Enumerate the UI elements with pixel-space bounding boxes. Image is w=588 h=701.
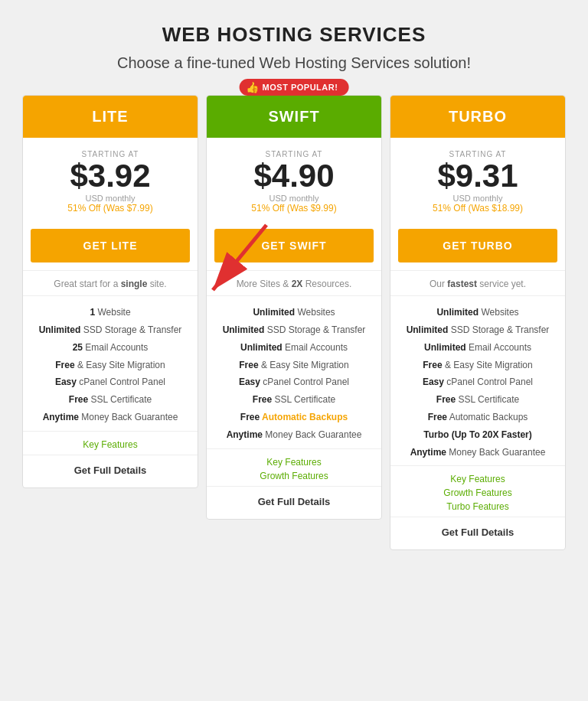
swift-tagline: More Sites & 2X Resources. [207,270,381,295]
lite-links: Key Features [23,431,198,455]
swift-growth-features-link[interactable]: Growth Features [207,469,381,483]
swift-feature-4: Free & Easy Site Migration [214,357,374,374]
turbo-growth-features-link[interactable]: Growth Features [390,486,565,500]
page-title: WEB HOSTING SERVICES [15,23,573,47]
lite-feature-6: Free SSL Certificate [31,391,190,409]
swift-feature-2: Unlimited SSD Storage & Transfer [214,321,374,339]
plan-swift-header: SWIFT [207,96,381,138]
turbo-feature-2: Unlimited SSD Storage & Transfer [398,321,557,339]
swift-full-details: Get Full Details [207,486,381,519]
swift-links: Key Features Growth Features [207,448,381,486]
turbo-full-details: Get Full Details [390,517,565,549]
turbo-feature-7: Free Automatic Backups [398,409,557,426]
plan-swift-pricing: STARTING AT $4.90 USD monthly 51% Off (W… [207,138,381,229]
turbo-discount: 51% Off (Was $18.99) [398,203,557,214]
lite-discount: 51% Off (Was $7.99) [31,203,190,214]
swift-feature-1: Unlimited Websites [214,304,374,321]
swift-features: Unlimited Websites Unlimited SSD Storage… [207,295,381,448]
turbo-feature-8: Turbo (Up To 20X Faster) [398,426,557,444]
turbo-full-details-link[interactable]: Get Full Details [442,527,514,538]
plan-turbo-pricing: STARTING AT $9.31 USD monthly 51% Off (W… [390,138,565,229]
turbo-tagline: Our fastest service yet. [390,270,565,295]
swift-feature-5: Easy cPanel Control Panel [214,373,374,391]
swift-feature-3: Unlimited Email Accounts [214,339,374,357]
swift-feature-8: Anytime Money Back Guarantee [214,426,374,444]
swift-usd-monthly: USD monthly [214,194,374,203]
lite-feature-1: 1 Website [31,304,190,321]
plan-turbo: TURBO STARTING AT $9.31 USD monthly 51% … [390,95,566,550]
swift-discount: 51% Off (Was $9.99) [214,203,374,214]
swift-full-details-link[interactable]: Get Full Details [258,496,331,507]
lite-feature-4: Free & Easy Site Migration [31,357,190,374]
turbo-key-features-link[interactable]: Key Features [390,472,565,486]
page-subtitle: Choose a fine-tuned Web Hosting Services… [15,54,573,72]
plan-lite-header: LITE [23,96,198,138]
turbo-feature-9: Anytime Money Back Guarantee [398,444,557,461]
lite-full-details: Get Full Details [23,455,198,487]
plan-turbo-header: TURBO [390,96,565,138]
lite-tagline: Great start for a single site. [23,270,198,295]
turbo-feature-1: Unlimited Websites [398,304,557,321]
lite-price: $3.92 [31,158,190,194]
turbo-price: $9.31 [398,158,557,194]
lite-feature-2: Unlimited SSD Storage & Transfer [31,321,190,339]
get-turbo-button[interactable]: GET TURBO [398,229,557,262]
plan-lite: LITE STARTING AT $3.92 USD monthly 51% O… [22,95,198,488]
turbo-features: Unlimited Websites Unlimited SSD Storage… [390,295,565,465]
lite-usd-monthly: USD monthly [31,194,190,203]
get-swift-button[interactable]: GET SWIFT [214,229,374,262]
lite-full-details-link[interactable]: Get Full Details [74,465,147,476]
plans-container: LITE STARTING AT $3.92 USD monthly 51% O… [15,95,573,550]
plan-swift: MOST POPULAR! SWIFT STARTING AT $4.90 US… [206,95,382,520]
lite-feature-7: Anytime Money Back Guarantee [31,409,190,426]
turbo-feature-3: Unlimited Email Accounts [398,339,557,357]
swift-feature-7: Free Automatic Backups [214,409,374,426]
turbo-feature-5: Easy cPanel Control Panel [398,373,557,391]
turbo-links: Key Features Growth Features Turbo Featu… [390,465,565,517]
swift-key-features-link[interactable]: Key Features [207,455,381,469]
get-lite-button[interactable]: GET LITE [31,229,190,262]
lite-key-features-link[interactable]: Key Features [23,438,198,452]
turbo-usd-monthly: USD monthly [398,194,557,203]
lite-feature-3: 25 Email Accounts [31,339,190,357]
turbo-turbo-features-link[interactable]: Turbo Features [390,500,565,514]
plan-lite-pricing: STARTING AT $3.92 USD monthly 51% Off (W… [23,138,198,229]
lite-features: 1 Website Unlimited SSD Storage & Transf… [23,295,198,431]
swift-feature-6: Free SSL Certificate [214,391,374,409]
swift-price: $4.90 [214,158,374,194]
turbo-feature-4: Free & Easy Site Migration [398,357,557,374]
popular-badge: MOST POPULAR! [240,79,349,96]
turbo-feature-6: Free SSL Certificate [398,391,557,409]
lite-feature-5: Easy cPanel Control Panel [31,373,190,391]
